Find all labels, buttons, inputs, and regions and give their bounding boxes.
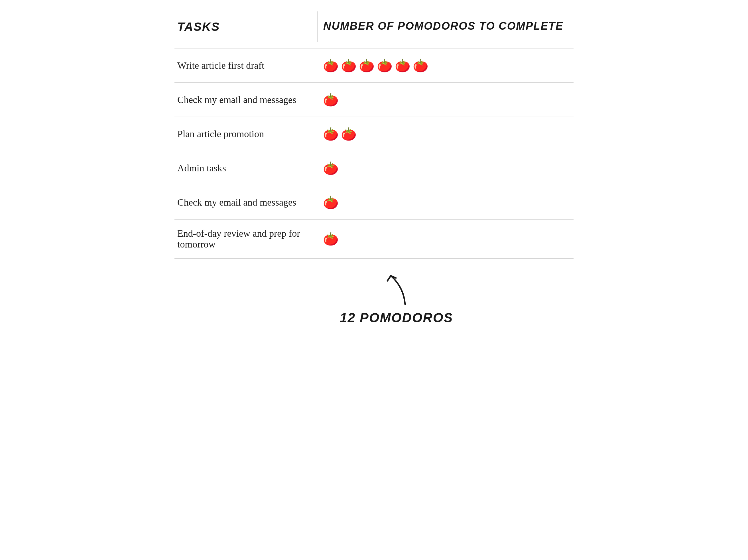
task-name-cell: Check my email and messages — [174, 188, 317, 216]
table-row: Plan article promotion🍅🍅 — [174, 117, 574, 151]
table-row: Admin tasks🍅 — [174, 151, 574, 185]
table-row: Check my email and messages🍅 — [174, 185, 574, 219]
pomodoro-count-cell: 🍅 — [317, 85, 574, 115]
tomato-icon: 🍅 — [323, 233, 338, 245]
tomato-icon: 🍅 — [395, 59, 411, 72]
table-row: End-of-day review and prep for tomorrow🍅 — [174, 219, 574, 259]
arrow-icon — [379, 270, 414, 307]
footer-right: 12 POMODOROS — [317, 261, 574, 331]
table-row: Write article first draft🍅🍅🍅🍅🍅🍅 — [174, 48, 574, 83]
tomato-icon: 🍅 — [341, 128, 357, 140]
main-table: TASKS NUMBER OF POMODOROS TO COMPLETE Wr… — [174, 11, 574, 331]
tasks-column-header: TASKS — [174, 11, 317, 42]
tomato-icon: 🍅 — [413, 59, 428, 72]
table-body: Write article first draft🍅🍅🍅🍅🍅🍅Check my … — [174, 48, 574, 259]
pomodoros-column-header: NUMBER OF POMODOROS TO COMPLETE — [317, 11, 574, 42]
tomato-icon: 🍅 — [359, 59, 375, 72]
total-annotation: 12 POMODOROS — [340, 270, 453, 325]
pomodoro-count-cell: 🍅🍅 — [317, 119, 574, 149]
task-name-cell: Admin tasks — [174, 154, 317, 182]
task-name-cell: Plan article promotion — [174, 120, 317, 148]
tomato-icon: 🍅 — [323, 94, 338, 106]
task-name-cell: Write article first draft — [174, 52, 317, 79]
tomato-icon: 🍅 — [377, 59, 393, 72]
task-name-cell: End-of-day review and prep for tomorrow — [174, 219, 317, 258]
tomato-icon: 🍅 — [323, 59, 338, 72]
tomato-icon: 🍅 — [323, 128, 338, 140]
pomodoro-count-cell: 🍅🍅🍅🍅🍅🍅 — [317, 51, 574, 80]
tomato-icon: 🍅 — [323, 162, 338, 174]
table-header: TASKS NUMBER OF POMODOROS TO COMPLETE — [174, 11, 574, 48]
footer-left-empty — [174, 261, 317, 331]
total-pomodoros-label: 12 POMODOROS — [340, 310, 453, 325]
table-footer: 12 POMODOROS — [174, 261, 574, 331]
task-name-cell: Check my email and messages — [174, 86, 317, 114]
tomato-icon: 🍅 — [341, 59, 357, 72]
pomodoro-count-cell: 🍅 — [317, 154, 574, 183]
pomodoro-count-cell: 🍅 — [317, 224, 574, 254]
pomodoro-count-cell: 🍅 — [317, 188, 574, 217]
table-row: Check my email and messages🍅 — [174, 83, 574, 117]
tomato-icon: 🍅 — [323, 196, 338, 209]
